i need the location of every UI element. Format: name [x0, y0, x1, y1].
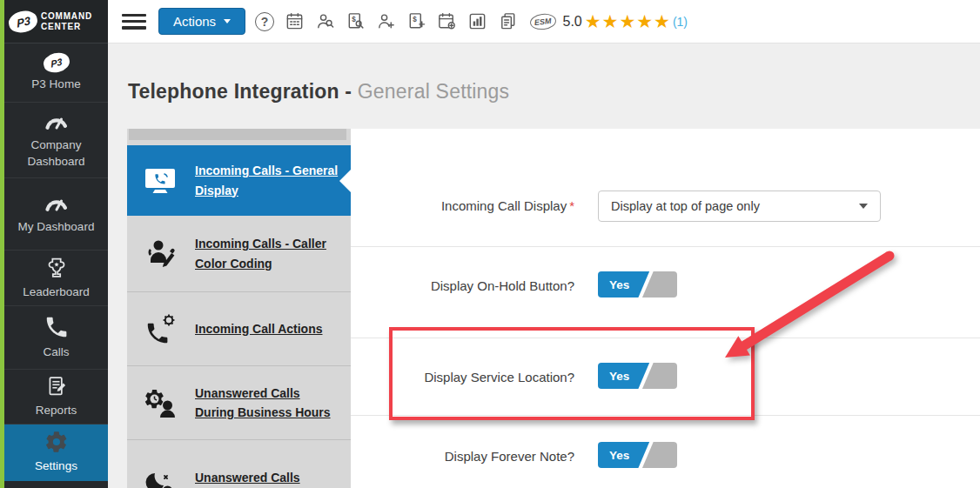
app-logo: P3 COMMAND CENTER: [4, 0, 108, 43]
incoming-call-display-select[interactable]: Display at top of page only: [598, 191, 881, 222]
p3-logo-text: P3: [16, 13, 30, 30]
row-divider: [351, 338, 980, 338]
row-divider: [351, 415, 980, 416]
sidebar-item-reports[interactable]: Reports: [4, 370, 108, 424]
caret-down-icon: [224, 19, 231, 23]
bar-chart-icon[interactable]: [467, 11, 487, 32]
tab-unanswered-calls-after-hours[interactable]: Unanswered Calls During After Hours: [127, 439, 351, 488]
tab-incoming-calls-general-display[interactable]: Incoming Calls - General Display: [127, 145, 351, 216]
tab-incoming-call-actions[interactable]: Incoming Call Actions: [127, 291, 351, 365]
rating-count-link[interactable]: (1): [673, 15, 688, 29]
p3-home-icon-text: P3: [50, 56, 62, 69]
tab-label: Incoming Calls - Caller Color Coding: [195, 234, 342, 273]
caller-color-brush-icon: [143, 237, 179, 271]
tab-incoming-calls-caller-color-coding[interactable]: Incoming Calls - Caller Color Coding: [127, 216, 351, 291]
customer-search-icon[interactable]: [314, 11, 335, 32]
sidebar-item-calls[interactable]: Calls: [4, 306, 108, 370]
row-divider: [351, 246, 980, 247]
settings-tab-list: Incoming Calls - General Display Incomin…: [127, 129, 351, 488]
currency-glyph: $: [352, 16, 356, 23]
copy-documents-icon[interactable]: [497, 11, 518, 32]
sidebar-item-label: My Dashboard: [18, 219, 95, 236]
sidebar-item-label: Calls: [43, 344, 69, 361]
sidebar-item-company-dashboard[interactable]: Company Dashboard: [4, 103, 108, 178]
brand-text: COMMAND CENTER: [41, 11, 92, 32]
dropdown-caret-icon: [859, 204, 868, 209]
report-icon: [44, 374, 69, 398]
gear-clock-person-icon: [143, 385, 179, 420]
sidebar-item-settings[interactable]: Settings: [4, 424, 108, 481]
sidebar-item-label: Settings: [35, 458, 77, 475]
actions-button[interactable]: Actions: [158, 8, 245, 35]
tab-label: Unanswered Calls During After Hours: [195, 468, 342, 488]
sidebar-item-label: Company Dashboard: [18, 137, 95, 170]
required-marker: *: [569, 198, 574, 213]
tab-label: Incoming Calls - General Display: [195, 161, 342, 200]
tabs-scrollbar[interactable]: [129, 129, 346, 140]
brand-center: CENTER: [41, 22, 92, 32]
help-icon[interactable]: ?: [255, 12, 274, 31]
rating-widget: 5.0 ★★★★★ (1): [563, 12, 688, 30]
estimate-search-icon[interactable]: $: [345, 11, 366, 32]
sidebar-item-label: Leaderboard: [23, 284, 90, 301]
sidebar-item-label: P3 Home: [31, 77, 80, 93]
trophy-icon: [44, 256, 69, 280]
green-accent-bar: [0, 0, 4, 488]
sidebar-item-p3-home[interactable]: P3 P3 Home: [4, 43, 108, 103]
tab-label: Unanswered Calls During Business Hours: [195, 384, 342, 423]
gear-icon: [44, 430, 69, 454]
phone-icon: [44, 314, 70, 340]
page-title: Telephone Integration - General Settings: [128, 80, 509, 104]
speedometer-icon: [44, 192, 70, 215]
hamburger-menu-button[interactable]: [122, 14, 146, 30]
selected-option: Display at top of page only: [611, 199, 760, 213]
actions-button-label: Actions: [173, 14, 216, 29]
speedometer-icon: [44, 110, 70, 133]
display-service-location-toggle[interactable]: Yes: [598, 363, 677, 389]
add-calendar-event-icon[interactable]: [436, 11, 457, 32]
topbar: Actions ? $ $ ESM 5.0: [108, 0, 980, 43]
phone-gear-icon: [143, 311, 179, 346]
star-rating-icons: ★★★★★: [585, 12, 671, 30]
page-title-primary: Telephone Integration -: [128, 80, 352, 103]
calendar-icon[interactable]: [284, 11, 305, 32]
display-forever-note-label: Display Forever Note?: [351, 449, 574, 464]
rating-value: 5.0: [563, 14, 582, 30]
display-on-hold-label: Display On-Hold Button?: [351, 278, 574, 293]
sidebar-item-my-dashboard[interactable]: My Dashboard: [4, 178, 108, 251]
sidebar-item-label: Reports: [36, 403, 77, 419]
display-forever-note-toggle[interactable]: Yes: [598, 442, 677, 468]
add-customer-icon[interactable]: [375, 11, 396, 32]
sidebar-item-leaderboard[interactable]: Leaderboard: [4, 251, 108, 306]
p3-home-icon: P3: [41, 50, 70, 75]
moon-person-icon: [143, 471, 179, 488]
display-on-hold-toggle[interactable]: Yes: [598, 271, 677, 297]
tab-label: Incoming Call Actions: [195, 319, 323, 338]
page-title-secondary: General Settings: [358, 80, 510, 103]
active-tab-pointer-icon: [339, 170, 351, 192]
incoming-call-display-label: Incoming Call Display*: [351, 198, 574, 213]
add-estimate-icon[interactable]: $: [406, 11, 426, 32]
sidebar: P3 COMMAND CENTER P3 P3 Home Company Das…: [4, 0, 108, 488]
tab-list: Incoming Calls - General Display Incomin…: [127, 145, 351, 488]
currency-glyph: $: [413, 16, 417, 23]
display-service-location-label: Display Service Location?: [351, 370, 574, 384]
settings-form: Incoming Call Display* Display at top of…: [351, 129, 980, 488]
app-window: P3 COMMAND CENTER P3 P3 Home Company Das…: [0, 0, 980, 488]
esm-badge[interactable]: ESM: [529, 12, 556, 30]
p3-logo-icon: P3: [7, 8, 40, 35]
brand-command: COMMAND: [41, 11, 92, 22]
tab-unanswered-calls-business-hours[interactable]: Unanswered Calls During Business Hours: [127, 365, 351, 439]
monitor-phone-icon: [143, 164, 179, 197]
